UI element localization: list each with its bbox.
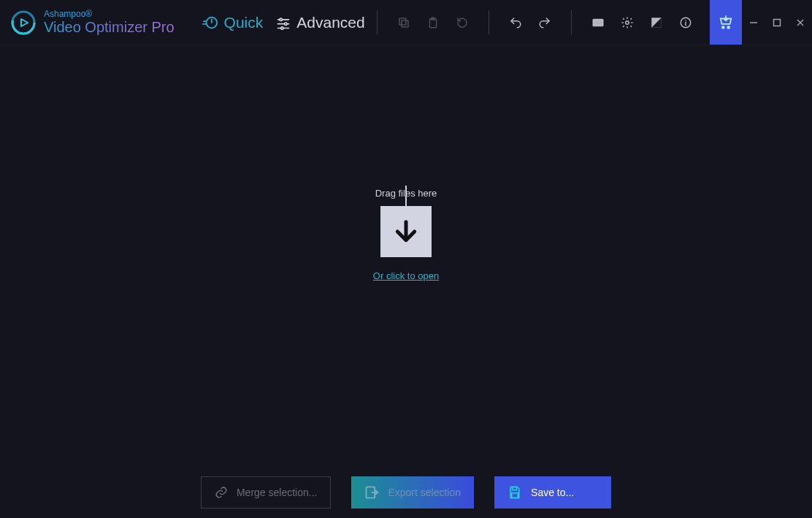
- window-controls: [742, 0, 812, 45]
- app-logo-icon: [10, 9, 37, 36]
- svg-point-4: [285, 23, 287, 25]
- svg-rect-19: [774, 19, 781, 26]
- reset-button: [448, 0, 477, 45]
- open-link[interactable]: Or click to open: [373, 270, 439, 281]
- svg-point-17: [722, 26, 724, 28]
- brand: Ashampoo® Video Optimizer Pro: [0, 0, 189, 45]
- maximize-button[interactable]: [765, 0, 789, 45]
- separator: [571, 10, 572, 34]
- close-button[interactable]: [789, 0, 812, 45]
- settings-button[interactable]: [613, 0, 642, 45]
- bottom-bar: Merge selection... Export selection Save…: [0, 467, 812, 518]
- mode-advanced-label: Advanced: [296, 14, 364, 31]
- copy-button: [389, 0, 418, 45]
- svg-rect-7: [399, 18, 406, 25]
- save-button[interactable]: Save to...: [494, 476, 611, 509]
- svg-point-13: [600, 21, 601, 23]
- svg-point-3: [280, 18, 282, 20]
- mode-switch: Quick Advanced: [189, 0, 365, 45]
- advanced-icon: [276, 15, 291, 30]
- drop-box-icon: [380, 206, 432, 257]
- merge-button: Merge selection...: [201, 476, 332, 509]
- merge-label: Merge selection...: [237, 487, 318, 498]
- svg-rect-6: [402, 20, 408, 27]
- svg-point-18: [727, 26, 729, 28]
- redo-button[interactable]: [530, 0, 559, 45]
- undo-button[interactable]: [501, 0, 530, 45]
- paste-button: [418, 0, 448, 45]
- mode-quick-label: Quick: [224, 14, 264, 31]
- titlebar: Ashampoo® Video Optimizer Pro Quick: [0, 0, 812, 45]
- subtitle-button[interactable]: [583, 0, 613, 45]
- export-button: Export selection: [351, 476, 474, 509]
- separator: [489, 10, 489, 34]
- brand-line1: Ashampoo®: [44, 9, 175, 19]
- svg-point-5: [281, 26, 283, 28]
- svg-point-12: [597, 21, 599, 23]
- contrast-button[interactable]: [642, 0, 671, 45]
- save-label: Save to...: [531, 487, 574, 498]
- save-icon: [508, 485, 522, 500]
- separator: [377, 10, 378, 34]
- mode-advanced[interactable]: Advanced: [276, 14, 364, 31]
- info-button[interactable]: [671, 0, 700, 45]
- svg-point-14: [625, 20, 629, 24]
- svg-point-11: [595, 21, 597, 23]
- mode-quick[interactable]: Quick: [202, 14, 264, 31]
- brand-line2: Video Optimizer Pro: [44, 19, 175, 35]
- link-icon: [215, 486, 228, 499]
- svg-rect-22: [512, 493, 518, 498]
- export-icon: [364, 485, 379, 500]
- export-label: Export selection: [388, 487, 461, 498]
- drop-area[interactable]: Drag files here Or click to open: [0, 45, 812, 467]
- quick-icon: [202, 15, 218, 31]
- svg-rect-21: [513, 487, 517, 490]
- minimize-button[interactable]: [742, 0, 765, 45]
- cart-button[interactable]: [710, 0, 742, 45]
